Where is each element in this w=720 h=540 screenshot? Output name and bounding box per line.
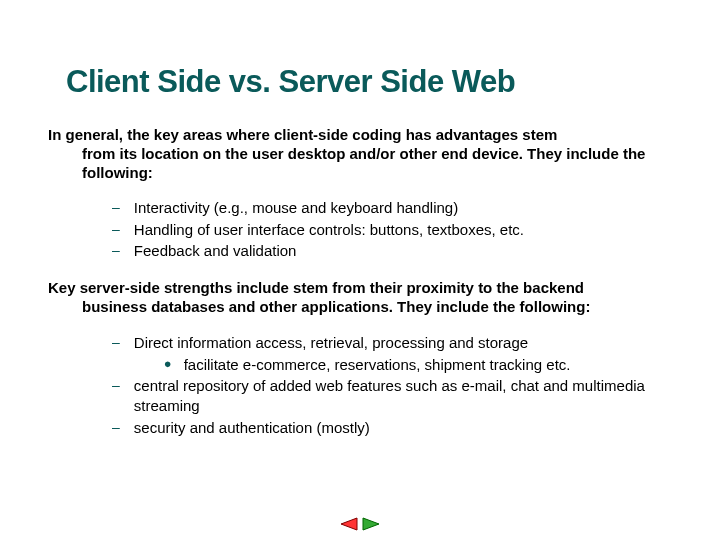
dash-icon: – bbox=[112, 220, 120, 239]
slide-title: Client Side vs. Server Side Web bbox=[66, 64, 672, 100]
list-item: – Handling of user interface controls: b… bbox=[112, 220, 672, 240]
dash-icon: – bbox=[112, 418, 120, 437]
next-button[interactable] bbox=[361, 516, 381, 532]
list-item: – security and authentication (mostly) bbox=[112, 418, 672, 438]
dash-icon: – bbox=[112, 198, 120, 217]
dash-icon: – bbox=[112, 376, 120, 395]
slide-body: Client Side vs. Server Side Web In gener… bbox=[0, 0, 720, 476]
list-item-text: Direct information access, retrieval, pr… bbox=[134, 333, 571, 376]
svg-marker-1 bbox=[363, 518, 379, 530]
prev-button[interactable] bbox=[339, 516, 359, 532]
server-intro-rest: business databases and other application… bbox=[82, 298, 672, 317]
list-item: – Feedback and validation bbox=[112, 241, 672, 261]
sub-list: ● facilitate e-commerce, reservations, s… bbox=[134, 355, 571, 375]
sub-list-text: facilitate e-commerce, reservations, shi… bbox=[184, 355, 571, 375]
list-item: – Interactivity (e.g., mouse and keyboar… bbox=[112, 198, 672, 218]
server-intro-line1: Key server-side strengths include stem f… bbox=[48, 279, 584, 296]
nav-controls bbox=[339, 516, 381, 532]
server-intro: Key server-side strengths include stem f… bbox=[48, 279, 672, 317]
dash-icon: – bbox=[112, 241, 120, 260]
client-intro-line1: In general, the key areas where client-s… bbox=[48, 126, 557, 143]
list-item-text: central repository of added web features… bbox=[134, 376, 672, 417]
client-bullet-list: – Interactivity (e.g., mouse and keyboar… bbox=[112, 198, 672, 261]
svg-marker-0 bbox=[341, 518, 357, 530]
triangle-left-icon bbox=[339, 516, 359, 532]
list-item-main: Direct information access, retrieval, pr… bbox=[134, 334, 528, 351]
sub-list-item: ● facilitate e-commerce, reservations, s… bbox=[164, 355, 571, 375]
list-item: – central repository of added web featur… bbox=[112, 376, 672, 417]
list-item-text: Handling of user interface controls: but… bbox=[134, 220, 524, 240]
list-item-text: Interactivity (e.g., mouse and keyboard … bbox=[134, 198, 458, 218]
list-item-text: Feedback and validation bbox=[134, 241, 297, 261]
list-item: – Direct information access, retrieval, … bbox=[112, 333, 672, 376]
client-intro-rest: from its location on the user desktop an… bbox=[82, 145, 672, 183]
triangle-right-icon bbox=[361, 516, 381, 532]
client-intro: In general, the key areas where client-s… bbox=[48, 126, 672, 182]
list-item-text: security and authentication (mostly) bbox=[134, 418, 370, 438]
dash-icon: – bbox=[112, 333, 120, 352]
bullet-icon: ● bbox=[164, 355, 172, 373]
server-bullet-list: – Direct information access, retrieval, … bbox=[112, 333, 672, 438]
